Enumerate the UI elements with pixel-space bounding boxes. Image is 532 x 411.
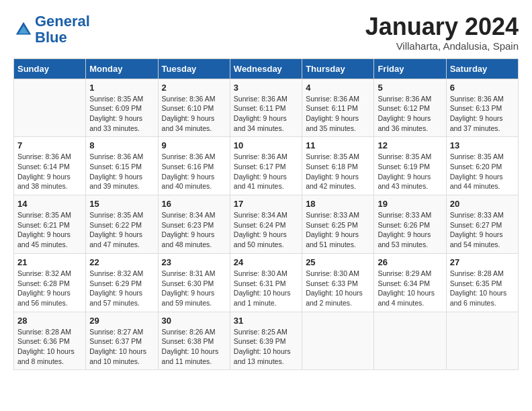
weekday-header: Friday xyxy=(374,58,446,79)
daylight-text: Daylight: 10 hours and 8 minutes. xyxy=(17,347,82,366)
daylight-text: Daylight: 10 hours and 1 minute. xyxy=(234,288,298,308)
day-number: 29 xyxy=(89,316,154,326)
daylight-text: Daylight: 9 hours and 53 minutes. xyxy=(378,230,442,249)
page-header: General Blue January 2024 Villaharta, An… xyxy=(13,13,519,52)
calendar-week-row: 14Sunrise: 8:35 AMSunset: 6:21 PMDayligh… xyxy=(14,195,519,254)
calendar-cell: 15Sunrise: 8:35 AMSunset: 6:22 PMDayligh… xyxy=(86,195,158,254)
day-number: 17 xyxy=(234,199,298,209)
day-number: 21 xyxy=(17,257,82,267)
logo: General Blue xyxy=(13,13,90,46)
day-number: 22 xyxy=(89,257,154,267)
calendar-cell: 27Sunrise: 8:28 AMSunset: 6:35 PMDayligh… xyxy=(446,253,518,312)
calendar-cell: 26Sunrise: 8:29 AMSunset: 6:34 PMDayligh… xyxy=(374,253,446,312)
sunset-text: Sunset: 6:20 PM xyxy=(450,162,515,172)
daylight-text: Daylight: 10 hours and 13 minutes. xyxy=(234,347,298,366)
day-number: 5 xyxy=(378,83,442,93)
sunset-text: Sunset: 6:17 PM xyxy=(234,162,298,172)
daylight-text: Daylight: 9 hours and 41 minutes. xyxy=(234,172,298,191)
sunrise-text: Sunrise: 8:32 AM xyxy=(17,269,82,279)
calendar-cell: 29Sunrise: 8:27 AMSunset: 6:37 PMDayligh… xyxy=(86,312,158,370)
sunset-text: Sunset: 6:18 PM xyxy=(306,162,370,172)
page-title: January 2024 xyxy=(365,13,519,40)
sunrise-text: Sunrise: 8:31 AM xyxy=(162,269,226,279)
day-info: Sunrise: 8:27 AMSunset: 6:37 PMDaylight:… xyxy=(89,327,154,367)
sunset-text: Sunset: 6:38 PM xyxy=(162,336,226,347)
day-info: Sunrise: 8:33 AMSunset: 6:26 PMDaylight:… xyxy=(378,210,442,250)
sunset-text: Sunset: 6:39 PM xyxy=(234,336,298,347)
day-info: Sunrise: 8:36 AMSunset: 6:15 PMDaylight:… xyxy=(89,152,154,191)
sunset-text: Sunset: 6:35 PM xyxy=(450,279,515,289)
daylight-text: Daylight: 9 hours and 59 minutes. xyxy=(162,288,226,308)
calendar-cell: 25Sunrise: 8:30 AMSunset: 6:33 PMDayligh… xyxy=(302,253,374,312)
calendar-cell: 2Sunrise: 8:36 AMSunset: 6:10 PMDaylight… xyxy=(158,79,230,137)
calendar-cell: 24Sunrise: 8:30 AMSunset: 6:31 PMDayligh… xyxy=(230,253,302,312)
calendar-cell: 8Sunrise: 8:36 AMSunset: 6:15 PMDaylight… xyxy=(86,137,158,195)
day-info: Sunrise: 8:35 AMSunset: 6:22 PMDaylight:… xyxy=(89,210,154,250)
day-info: Sunrise: 8:36 AMSunset: 6:11 PMDaylight:… xyxy=(306,94,370,134)
weekday-header: Monday xyxy=(86,58,158,79)
day-number: 24 xyxy=(234,257,298,267)
sunset-text: Sunset: 6:14 PM xyxy=(17,162,82,172)
day-number: 20 xyxy=(450,199,515,209)
sunset-text: Sunset: 6:33 PM xyxy=(306,279,370,289)
calendar-cell: 10Sunrise: 8:36 AMSunset: 6:17 PMDayligh… xyxy=(230,137,302,195)
day-info: Sunrise: 8:28 AMSunset: 6:36 PMDaylight:… xyxy=(17,327,82,367)
sunset-text: Sunset: 6:13 PM xyxy=(450,103,515,113)
calendar-cell: 4Sunrise: 8:36 AMSunset: 6:11 PMDaylight… xyxy=(302,79,374,137)
day-number: 13 xyxy=(450,140,515,150)
day-info: Sunrise: 8:31 AMSunset: 6:30 PMDaylight:… xyxy=(162,269,226,308)
sunrise-text: Sunrise: 8:36 AM xyxy=(378,94,442,104)
sunset-text: Sunset: 6:29 PM xyxy=(89,279,154,289)
sunset-text: Sunset: 6:28 PM xyxy=(17,279,82,289)
day-number: 9 xyxy=(162,140,226,150)
daylight-text: Daylight: 10 hours and 4 minutes. xyxy=(378,288,442,308)
day-number: 15 xyxy=(89,199,154,209)
daylight-text: Daylight: 9 hours and 48 minutes. xyxy=(162,230,226,249)
calendar-cell: 3Sunrise: 8:36 AMSunset: 6:11 PMDaylight… xyxy=(230,79,302,137)
calendar-cell: 13Sunrise: 8:35 AMSunset: 6:20 PMDayligh… xyxy=(446,137,518,195)
sunrise-text: Sunrise: 8:35 AM xyxy=(450,152,515,162)
calendar-cell xyxy=(14,79,86,137)
day-info: Sunrise: 8:30 AMSunset: 6:31 PMDaylight:… xyxy=(234,269,298,308)
sunrise-text: Sunrise: 8:36 AM xyxy=(17,152,82,162)
day-number: 12 xyxy=(378,140,442,150)
page-subtitle: Villaharta, Andalusia, Spain xyxy=(365,40,519,52)
day-number: 2 xyxy=(162,83,226,93)
day-info: Sunrise: 8:32 AMSunset: 6:29 PMDaylight:… xyxy=(89,269,154,308)
day-number: 11 xyxy=(306,140,370,150)
sunrise-text: Sunrise: 8:34 AM xyxy=(234,210,298,220)
sunset-text: Sunset: 6:36 PM xyxy=(17,336,82,347)
sunrise-text: Sunrise: 8:29 AM xyxy=(378,269,442,279)
day-info: Sunrise: 8:28 AMSunset: 6:35 PMDaylight:… xyxy=(450,269,515,308)
day-info: Sunrise: 8:30 AMSunset: 6:33 PMDaylight:… xyxy=(306,269,370,308)
weekday-header: Saturday xyxy=(446,58,518,79)
sunrise-text: Sunrise: 8:36 AM xyxy=(162,152,226,162)
calendar-cell: 14Sunrise: 8:35 AMSunset: 6:21 PMDayligh… xyxy=(14,195,86,254)
sunrise-text: Sunrise: 8:26 AM xyxy=(162,327,226,337)
calendar-cell: 7Sunrise: 8:36 AMSunset: 6:14 PMDaylight… xyxy=(14,137,86,195)
sunrise-text: Sunrise: 8:28 AM xyxy=(450,269,515,279)
sunrise-text: Sunrise: 8:35 AM xyxy=(89,94,154,104)
daylight-text: Daylight: 9 hours and 38 minutes. xyxy=(17,172,82,191)
sunset-text: Sunset: 6:37 PM xyxy=(89,336,154,347)
day-info: Sunrise: 8:36 AMSunset: 6:16 PMDaylight:… xyxy=(162,152,226,191)
calendar-cell: 30Sunrise: 8:26 AMSunset: 6:38 PMDayligh… xyxy=(158,312,230,370)
day-number: 26 xyxy=(378,257,442,267)
day-number: 14 xyxy=(17,199,82,209)
sunset-text: Sunset: 6:19 PM xyxy=(378,162,442,172)
day-number: 19 xyxy=(378,199,442,209)
calendar-body: 1Sunrise: 8:35 AMSunset: 6:09 PMDaylight… xyxy=(14,79,519,370)
calendar-cell: 16Sunrise: 8:34 AMSunset: 6:23 PMDayligh… xyxy=(158,195,230,254)
daylight-text: Daylight: 10 hours and 10 minutes. xyxy=(89,347,154,366)
calendar-cell: 5Sunrise: 8:36 AMSunset: 6:12 PMDaylight… xyxy=(374,79,446,137)
daylight-text: Daylight: 9 hours and 57 minutes. xyxy=(89,288,154,308)
daylight-text: Daylight: 9 hours and 33 minutes. xyxy=(89,113,154,133)
weekday-row: SundayMondayTuesdayWednesdayThursdayFrid… xyxy=(14,58,519,79)
sunrise-text: Sunrise: 8:36 AM xyxy=(306,94,370,104)
day-info: Sunrise: 8:33 AMSunset: 6:25 PMDaylight:… xyxy=(306,210,370,250)
calendar-cell: 11Sunrise: 8:35 AMSunset: 6:18 PMDayligh… xyxy=(302,137,374,195)
sunset-text: Sunset: 6:11 PM xyxy=(306,103,370,113)
calendar-cell: 12Sunrise: 8:35 AMSunset: 6:19 PMDayligh… xyxy=(374,137,446,195)
sunset-text: Sunset: 6:30 PM xyxy=(162,279,226,289)
sunset-text: Sunset: 6:22 PM xyxy=(89,220,154,230)
